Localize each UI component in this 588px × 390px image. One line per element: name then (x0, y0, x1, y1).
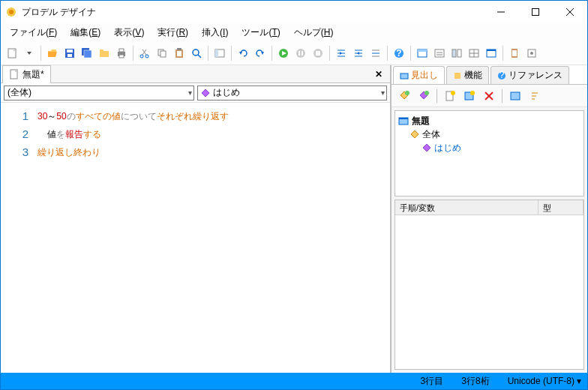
property-col-type[interactable]: 型 (538, 200, 584, 214)
code-line[interactable]: 繰り返し終わり (38, 143, 387, 161)
toolbar: ? (1, 41, 587, 65)
toolbar-sep (329, 46, 330, 61)
menu-edit[interactable]: 編集(E) (64, 24, 106, 41)
toolbar-sep (436, 89, 437, 103)
menu-tool[interactable]: ツール(T) (236, 24, 286, 41)
svg-rect-87 (511, 92, 520, 100)
svg-point-36 (296, 49, 305, 58)
svg-point-69 (530, 52, 533, 55)
code-line[interactable]: 値を報告する (38, 125, 387, 143)
indent-in-button[interactable] (333, 45, 350, 62)
chevron-down-icon: ▾ (381, 88, 385, 97)
svg-rect-10 (67, 50, 73, 52)
line-gutter: 123 (1, 103, 34, 373)
project-icon (398, 116, 409, 126)
cut-button[interactable] (136, 45, 153, 62)
reference-icon: ? (497, 71, 506, 80)
right-panel-toolbar (392, 85, 587, 107)
toolbar-sep (387, 46, 388, 61)
delete-button[interactable] (481, 88, 497, 104)
form-designer-button[interactable] (431, 45, 448, 62)
table-button[interactable] (466, 45, 482, 62)
add-method-button[interactable] (416, 88, 432, 104)
property-table[interactable]: 手順/変数 型 (394, 200, 584, 370)
menu-file[interactable]: ファイル(F) (4, 24, 63, 41)
menu-run[interactable]: 実行(R) (152, 24, 194, 41)
tab-close-button[interactable]: ✕ (372, 69, 386, 80)
refresh-button[interactable] (507, 88, 524, 104)
diamond-purple-icon (422, 143, 431, 152)
tree-node-label: 全体 (422, 128, 440, 141)
window-button[interactable] (483, 45, 500, 62)
designer-button[interactable] (414, 45, 430, 62)
outline-tree[interactable]: 無題 全体 はじめ (394, 110, 584, 196)
svg-line-29 (198, 55, 201, 58)
find-button[interactable] (188, 45, 205, 62)
line-number: 3 (1, 143, 28, 161)
run-button[interactable] (275, 45, 292, 62)
svg-rect-37 (298, 51, 300, 56)
menu-help[interactable]: ヘルプ(H) (288, 24, 340, 41)
title-bar: プロデル デザイナ (1, 1, 587, 23)
close-button[interactable] (553, 1, 587, 23)
open-button[interactable] (44, 45, 61, 62)
undo-button[interactable] (235, 45, 251, 62)
toggle-panel-button[interactable] (212, 45, 228, 62)
menu-insert[interactable]: 挿入(I) (196, 24, 234, 41)
pause-button[interactable] (292, 45, 309, 62)
scope-combo[interactable]: (全体) ▾ (4, 86, 194, 100)
help-button[interactable]: ? (391, 45, 407, 62)
maximize-button[interactable] (518, 1, 553, 23)
line-number: 1 (1, 107, 28, 125)
new-dropdown-button[interactable] (21, 45, 38, 62)
tab-reference[interactable]: ? リファレンス (490, 66, 569, 84)
stop-button[interactable] (310, 45, 326, 62)
main-area: 無題* ✕ (全体) ▾ はじめ ▾ 123 30～50のすべての値についてそれ… (1, 65, 587, 373)
status-encoding[interactable]: Unicode (UTF-8) ▾ (508, 376, 581, 386)
chevron-down-icon: ▾ (577, 376, 581, 386)
code-editor[interactable]: 123 30～50のすべての値についてそれぞれ繰り返す 値を報告する繰り返し終わ… (1, 103, 390, 373)
toolbar-sep (410, 46, 411, 61)
toolbar-sep (231, 46, 232, 61)
new-form-button[interactable] (461, 88, 478, 104)
indent-out-button[interactable] (350, 45, 367, 62)
code-content[interactable]: 30～50のすべての値についてそれぞれ繰り返す 値を報告する繰り返し終わり (34, 103, 390, 373)
diamond-orange-icon (410, 130, 419, 139)
code-line[interactable]: 30～50のすべての値についてそれぞれ繰り返す (38, 107, 387, 125)
tree-node-global[interactable]: 全体 (398, 128, 580, 141)
layout-button[interactable] (448, 45, 465, 62)
save-all-button[interactable] (79, 45, 95, 62)
tab-outline[interactable]: 見出し (393, 66, 445, 84)
tree-node-method[interactable]: はじめ (398, 141, 580, 154)
method-combo[interactable]: はじめ ▾ (197, 86, 388, 100)
sort-button[interactable] (526, 88, 543, 104)
add-item-button[interactable] (396, 88, 412, 104)
tree-root[interactable]: 無題 (398, 114, 580, 128)
method-icon (201, 88, 210, 98)
folder-button[interactable] (96, 45, 112, 62)
svg-rect-74 (454, 73, 460, 79)
svg-marker-32 (239, 52, 242, 55)
print-button[interactable] (113, 45, 130, 62)
redo-button[interactable] (252, 45, 268, 62)
menu-view[interactable]: 表示(V) (108, 24, 150, 41)
property-col-name[interactable]: 手順/変数 (395, 200, 538, 214)
new-file-button[interactable] (4, 45, 20, 62)
comment-button[interactable] (368, 45, 384, 62)
document-tab[interactable]: 無題* (2, 65, 51, 83)
svg-rect-40 (316, 51, 320, 56)
svg-rect-14 (100, 51, 109, 57)
tree-root-label: 無題 (412, 115, 430, 128)
svg-rect-65 (487, 50, 496, 51)
save-button[interactable] (62, 45, 78, 62)
tab-function[interactable]: 機能 (446, 66, 489, 84)
svg-rect-59 (452, 50, 456, 57)
copy-button[interactable] (154, 45, 170, 62)
svg-rect-31 (215, 50, 218, 57)
minimize-button[interactable] (484, 1, 518, 23)
paste-button[interactable] (171, 45, 188, 62)
settings-button[interactable] (524, 45, 540, 62)
tab-outline-label: 見出し (411, 69, 438, 82)
new-doc-button[interactable] (442, 88, 458, 104)
clipboard-button[interactable] (506, 45, 523, 62)
